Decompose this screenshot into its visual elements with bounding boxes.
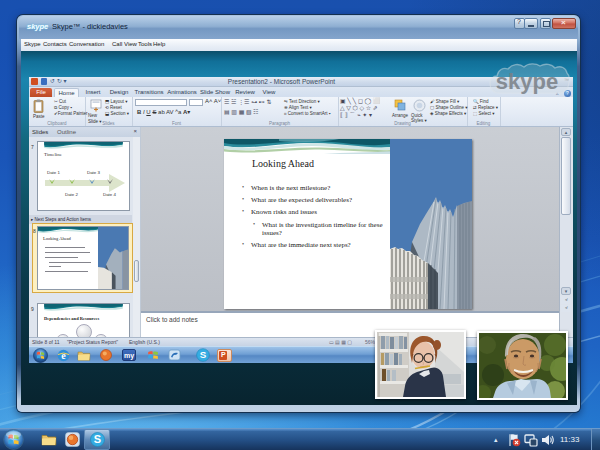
svg-text:Date 3: Date 3 — [87, 170, 100, 175]
svg-text:S: S — [94, 433, 101, 445]
svg-text:Date 4: Date 4 — [103, 192, 116, 197]
svg-text:™: ™ — [564, 77, 569, 83]
svg-text:S: S — [200, 349, 207, 360]
svg-text:Date 2: Date 2 — [65, 192, 78, 197]
svg-text:Date 1: Date 1 — [47, 170, 60, 175]
svg-text:e: e — [61, 350, 66, 361]
svg-text:skype: skype — [496, 69, 558, 94]
